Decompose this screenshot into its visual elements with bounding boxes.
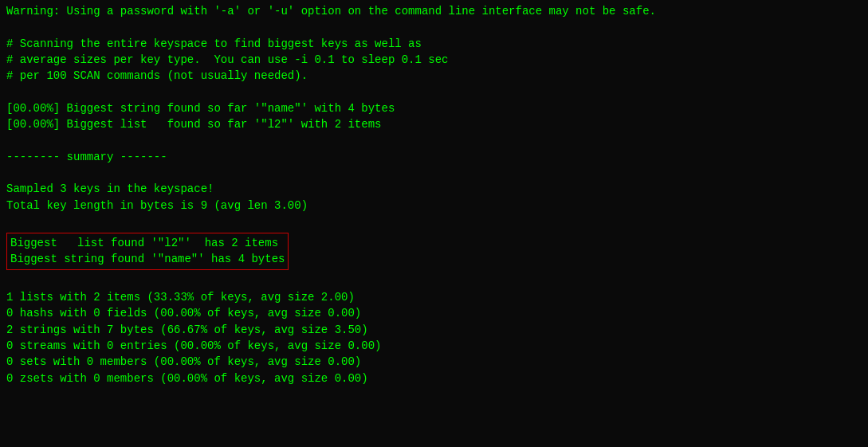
total-line: Total key length in bytes is 9 (avg len …: [6, 198, 862, 214]
stat-line-4: 0 streams with 0 entries (00.00% of keys…: [6, 338, 862, 354]
comment-line-1: # Scanning the entire keyspace to find b…: [6, 36, 862, 52]
stat-line-2: 0 hashs with 0 fields (00.00% of keys, a…: [6, 305, 862, 321]
terminal-window: Warning: Using a password with '-a' or '…: [0, 0, 868, 447]
stat-line-5: 0 sets with 0 members (00.00% of keys, a…: [6, 354, 862, 370]
comment-line-2: # average sizes per key type. You can us…: [6, 52, 862, 68]
empty-line-5: [6, 214, 862, 229]
stat-line-1: 1 lists with 2 items (33.33% of keys, av…: [6, 289, 862, 305]
empty-line-3: [6, 132, 862, 148]
empty-line-1: [6, 19, 862, 35]
warning-line: Warning: Using a password with '-a' or '…: [6, 3, 862, 19]
empty-line-6: [6, 273, 862, 289]
sampled-line: Sampled 3 keys in the keyspace!: [6, 181, 862, 197]
comment-line-3: # per 100 SCAN commands (not usually nee…: [6, 68, 862, 84]
empty-line-4: [6, 165, 862, 181]
box-line-1: Biggest list found '"l2"' has 2 items: [10, 235, 285, 251]
scan-line-1: [00.00%] Biggest string found so far '"n…: [6, 100, 862, 116]
divider-line: -------- summary -------: [6, 149, 862, 165]
stat-line-3: 2 strings with 7 bytes (66.67% of keys, …: [6, 322, 862, 338]
summary-box: Biggest list found '"l2"' has 2 items Bi…: [6, 233, 289, 270]
stat-line-6: 0 zsets with 0 members (00.00% of keys, …: [6, 371, 862, 386]
box-line-2: Biggest string found '"name"' has 4 byte…: [10, 251, 285, 267]
scan-line-2: [00.00%] Biggest list found so far '"l2"…: [6, 116, 862, 132]
empty-line-2: [6, 84, 862, 100]
